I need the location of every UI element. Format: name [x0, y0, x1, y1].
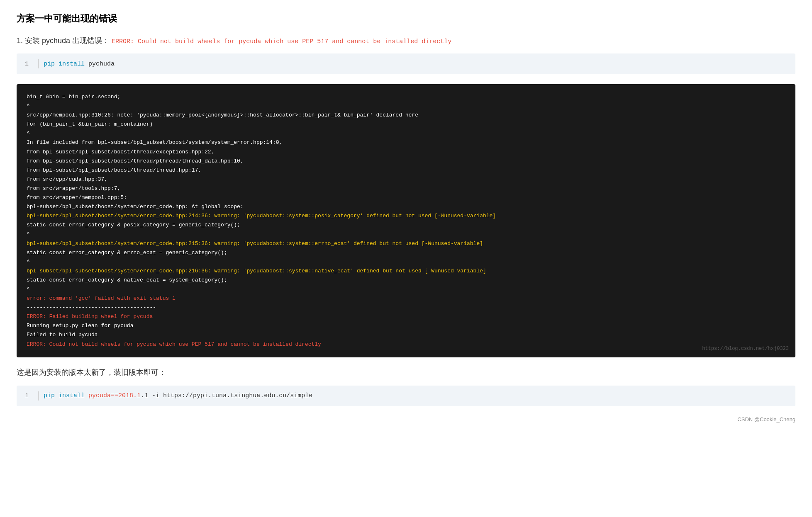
terminal-line-23: error: command 'gcc' failed with exit st…: [27, 294, 785, 303]
terminal-line-21: static const error_category & native_eca…: [27, 276, 785, 285]
line-divider-1: [38, 59, 39, 68]
terminal-line-3: src/cpp/mempool.hpp:310:26: note: 'pycud…: [27, 111, 785, 120]
page-title: 方案一中可能出现的错误: [17, 12, 795, 25]
terminal-line-13: bpl-subset/bpl_subset/boost/system/error…: [27, 202, 785, 211]
terminal-line-20: bpl-subset/bpl_subset/boost/system/error…: [27, 267, 785, 276]
code-install: install: [59, 61, 85, 68]
terminal-line-17: bpl-subset/bpl_subset/boost/system/error…: [27, 239, 785, 248]
terminal-line-22: ^: [27, 285, 785, 294]
terminal-line-8: from bpl-subset/bpl_subset/boost/thread/…: [27, 157, 785, 166]
terminal-line-28: ERROR: Could not build wheels for pycuda…: [27, 340, 785, 349]
terminal-line-16: ^: [27, 230, 785, 239]
terminal-line-12: from src/wrapper/mempool.cpp:5:: [27, 193, 785, 202]
error-inline-text: ERROR: Could not build wheels for pycuda…: [112, 38, 451, 45]
terminal-block: bin_t &bin = bin_pair.second; ^ src/cpp/…: [17, 84, 795, 357]
terminal-line-10: from src/cpp/cuda.hpp:37,: [27, 175, 785, 184]
code-package: pychuda: [88, 61, 115, 68]
code2-rest: .1 -i https://pypi.tuna.tsinghua.edu.cn/…: [141, 392, 312, 399]
line-number-2: 1: [25, 392, 33, 399]
terminal-line-1: bin_t &bin = bin_pair.second;: [27, 92, 785, 102]
terminal-watermark: https://blog.csdn.net/hxj0323: [702, 345, 789, 353]
description-text: 这是因为安装的版本太新了，装旧版本即可：: [17, 367, 795, 377]
section-label: 1. 安装 pychuda 出现错误： ERROR: Could not bui…: [17, 35, 795, 47]
code2-install: install: [59, 392, 85, 399]
terminal-line-9: from bpl-subset/bpl_subset/boost/thread/…: [27, 166, 785, 175]
terminal-line-26: Running setup.py clean for pycuda: [27, 321, 785, 330]
line-divider-2: [38, 391, 39, 400]
code2-pip: pip: [44, 392, 55, 399]
terminal-line-7: from bpl-subset/bpl_subset/boost/thread/…: [27, 148, 785, 157]
terminal-line-6: In file included from bpl-subset/bpl_sub…: [27, 138, 785, 147]
terminal-line-18: static const error_category & errno_ecat…: [27, 248, 785, 257]
terminal-line-11: from src/wrapper/tools.hpp:7,: [27, 184, 785, 193]
code-text-2: pip install pycuda==2018.1.1 -i https://…: [44, 392, 312, 399]
terminal-line-14: bpl-subset/bpl_subset/boost/system/error…: [27, 211, 785, 221]
terminal-line-25: ERROR: Failed building wheel for pycuda: [27, 312, 785, 321]
code-text-1: pip install pychuda: [44, 61, 115, 68]
terminal-line-5: ^: [27, 129, 785, 138]
terminal-line-19: ^: [27, 257, 785, 267]
code-pip: pip: [44, 61, 55, 68]
terminal-line-2: ^: [27, 102, 785, 111]
section-label-text: 1. 安装 pychuda 出现错误：: [17, 36, 110, 45]
line-number-1: 1: [25, 61, 33, 68]
footer-watermark: CSDN @Cookie_Cheng: [17, 416, 795, 422]
code-block-1: 1 pip install pychuda: [17, 53, 795, 74]
terminal-line-24: ----------------------------------------: [27, 303, 785, 312]
code-block-2: 1 pip install pycuda==2018.1.1 -i https:…: [17, 386, 795, 406]
code2-package: pycuda==2018.1: [88, 392, 141, 399]
terminal-line-4: for (bin_pair_t &bin_pair: m_container): [27, 120, 785, 129]
terminal-line-27: Failed to build pycuda: [27, 330, 785, 340]
terminal-line-15: static const error_category & posix_cate…: [27, 221, 785, 230]
